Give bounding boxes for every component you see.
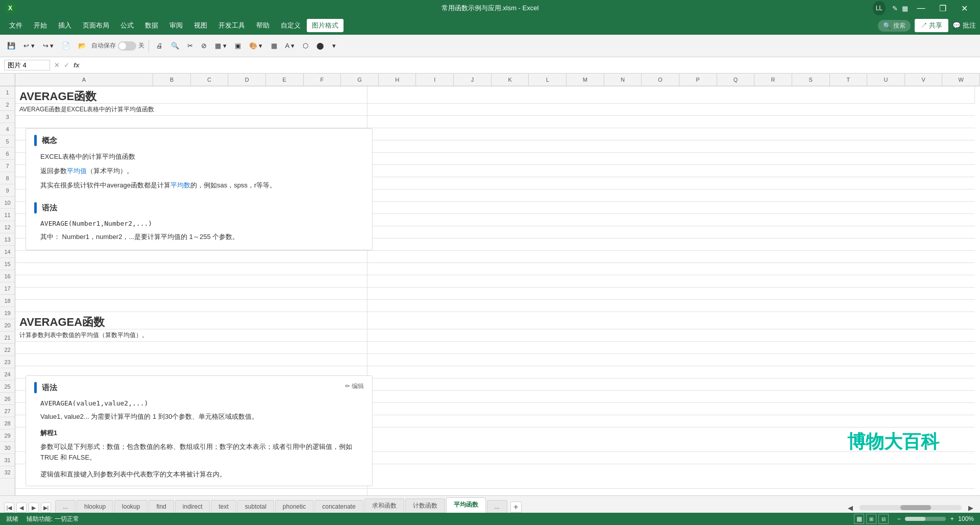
confirm-formula-icon[interactable]: ✓ bbox=[64, 61, 69, 69]
new-button[interactable]: 📄 bbox=[59, 40, 73, 52]
fill-btn[interactable]: 🎨 ▾ bbox=[246, 40, 266, 52]
search-toolbar-btn[interactable]: 🔍 bbox=[168, 40, 182, 52]
formula-input[interactable] bbox=[84, 60, 976, 70]
col-header-s[interactable]: S bbox=[792, 74, 830, 86]
crop-btn[interactable]: ✂ bbox=[184, 40, 196, 52]
select-btn[interactable]: ▣ bbox=[232, 40, 244, 52]
col-header-e[interactable]: E bbox=[266, 74, 304, 86]
circle-btn[interactable]: ⬤ bbox=[313, 40, 327, 52]
col-header-p[interactable]: P bbox=[679, 74, 717, 86]
open-button[interactable]: 📂 bbox=[75, 40, 89, 52]
tab-hlookup[interactable]: hlookup bbox=[77, 500, 113, 513]
page-layout-btn[interactable]: ⊞ bbox=[866, 514, 876, 524]
tab-text[interactable]: text bbox=[211, 500, 236, 513]
minimize-button[interactable]: — bbox=[911, 0, 932, 16]
col-header-f[interactable]: F bbox=[304, 74, 341, 86]
restore-button[interactable]: ❐ bbox=[933, 0, 953, 16]
grid-btn[interactable]: ▦ ▾ bbox=[212, 40, 230, 52]
tab-sum[interactable]: 求和函数 bbox=[364, 498, 404, 513]
tab-more-left[interactable]: ... bbox=[55, 500, 76, 513]
col-header-m[interactable]: M bbox=[567, 74, 604, 86]
close-button[interactable]: ✕ bbox=[954, 0, 975, 16]
share-button[interactable]: ↗ 共享 bbox=[915, 19, 949, 32]
cell-b2[interactable] bbox=[368, 104, 975, 115]
tab-subtotal[interactable]: subtotal bbox=[237, 500, 274, 513]
normal-view-btn[interactable]: ▦ bbox=[854, 514, 864, 524]
add-sheet-btn[interactable]: + bbox=[510, 502, 522, 513]
menu-picture-format[interactable]: 图片格式 bbox=[307, 19, 344, 32]
tab-nav-prev[interactable]: ◀ bbox=[16, 503, 27, 513]
menu-page-layout[interactable]: 页面布局 bbox=[78, 19, 114, 32]
tab-count[interactable]: 计数函数 bbox=[405, 498, 445, 513]
col-header-d[interactable]: D bbox=[228, 74, 266, 86]
menu-file[interactable]: 文件 bbox=[4, 19, 28, 32]
col-header-o[interactable]: O bbox=[642, 74, 679, 86]
col-header-v[interactable]: V bbox=[905, 74, 943, 86]
cell-b3[interactable] bbox=[368, 116, 975, 128]
tab-concatenate[interactable]: concatenate bbox=[314, 500, 363, 513]
tab-indirect[interactable]: indirect bbox=[175, 500, 210, 513]
insert-function-icon[interactable]: fx bbox=[74, 61, 80, 69]
col-header-h[interactable]: H bbox=[379, 74, 416, 86]
menu-custom[interactable]: 自定义 bbox=[276, 19, 306, 32]
dropdown-btn[interactable]: ▾ bbox=[329, 40, 339, 52]
menu-formula[interactable]: 公式 bbox=[115, 19, 139, 32]
col-header-n[interactable]: N bbox=[604, 74, 642, 86]
autosave-toggle[interactable]: 自动保存 关 bbox=[91, 41, 144, 51]
tab-nav-last[interactable]: ▶| bbox=[41, 503, 51, 513]
cancel-formula-icon[interactable]: ✕ bbox=[54, 61, 60, 69]
font-btn[interactable]: A ▾ bbox=[282, 40, 298, 52]
menu-data[interactable]: 数据 bbox=[140, 19, 163, 32]
col-header-w[interactable]: W bbox=[942, 74, 980, 86]
col-header-b[interactable]: B bbox=[153, 74, 191, 86]
col-header-j[interactable]: J bbox=[454, 74, 492, 86]
scroll-left-icon[interactable]: ◀ bbox=[845, 503, 855, 513]
edit-link[interactable]: ✏ 编辑 bbox=[345, 382, 364, 391]
redo-button[interactable]: ↪ ▾ bbox=[40, 40, 57, 52]
menu-help[interactable]: 帮助 bbox=[251, 19, 275, 32]
zoom-out-btn[interactable]: − bbox=[895, 515, 903, 523]
menu-developer[interactable]: 开发工具 bbox=[213, 19, 250, 32]
cell-b4[interactable] bbox=[368, 128, 975, 140]
col-header-a[interactable]: A bbox=[15, 74, 153, 86]
horizontal-scrollbar[interactable] bbox=[860, 505, 962, 510]
name-box[interactable] bbox=[4, 60, 50, 70]
cell-a20[interactable]: 计算参数列表中数值的平均值（算数平均值）。 bbox=[15, 329, 368, 341]
zoom-in-btn[interactable]: + bbox=[948, 515, 956, 523]
cell-a1[interactable]: AVERAGE函数 bbox=[15, 86, 368, 103]
table-btn[interactable]: ▦ bbox=[268, 40, 280, 52]
cell-b1[interactable] bbox=[368, 86, 975, 103]
tab-lookup[interactable]: lookup bbox=[114, 500, 148, 513]
comment-button[interactable]: 💬 批注 bbox=[952, 21, 976, 30]
col-header-l[interactable]: L bbox=[529, 74, 567, 86]
page-break-btn[interactable]: ⊟ bbox=[878, 514, 889, 524]
menu-home[interactable]: 开始 bbox=[29, 19, 52, 32]
cell-a19[interactable]: AVERAGEA函数 bbox=[15, 312, 368, 329]
tab-nav-next[interactable]: ▶ bbox=[29, 503, 39, 513]
pen-icon[interactable]: ✎ bbox=[891, 3, 900, 13]
col-header-r[interactable]: R bbox=[754, 74, 792, 86]
col-header-u[interactable]: U bbox=[867, 74, 905, 86]
menu-review[interactable]: 审阅 bbox=[164, 19, 188, 32]
search-bar[interactable]: 🔍 搜索 bbox=[878, 20, 911, 32]
col-header-q[interactable]: Q bbox=[717, 74, 755, 86]
undo-button[interactable]: ↩ ▾ bbox=[20, 40, 38, 52]
tab-phonetic[interactable]: phonetic bbox=[275, 500, 313, 513]
tab-find[interactable]: find bbox=[149, 500, 174, 513]
menu-insert[interactable]: 插入 bbox=[53, 19, 77, 32]
zoom-slider[interactable] bbox=[905, 517, 946, 521]
save-button[interactable]: 💾 bbox=[4, 40, 18, 52]
print-btn[interactable]: 🖨 bbox=[153, 40, 166, 52]
tab-average[interactable]: 平均函数 bbox=[446, 497, 486, 513]
layout-icon[interactable]: ▦ bbox=[900, 3, 910, 13]
col-header-t[interactable]: T bbox=[830, 74, 868, 86]
cell-a3[interactable] bbox=[15, 116, 368, 128]
cell-a2[interactable]: AVERAGE函数是EXCEL表格中的计算平均值函数 bbox=[15, 104, 368, 115]
col-header-c[interactable]: C bbox=[191, 74, 229, 86]
shape-btn[interactable]: ⬡ bbox=[300, 40, 311, 52]
col-header-g[interactable]: G bbox=[341, 74, 379, 86]
eraser-btn[interactable]: ⊘ bbox=[198, 40, 210, 52]
col-header-i[interactable]: I bbox=[416, 74, 454, 86]
scroll-right-icon[interactable]: ▶ bbox=[966, 503, 976, 513]
col-header-k[interactable]: K bbox=[492, 74, 529, 86]
